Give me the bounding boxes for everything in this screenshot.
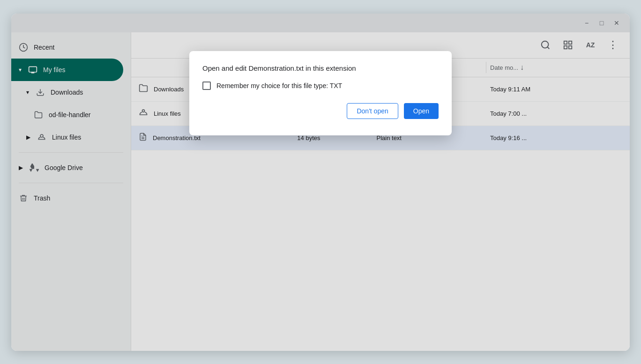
remember-choice-checkbox[interactable]: [202, 82, 211, 90]
dont-open-button[interactable]: Don't open: [347, 103, 398, 119]
dialog-actions: Don't open Open: [202, 103, 439, 119]
app-window: − □ ✕ Recent ▾: [11, 14, 630, 351]
open-file-dialog: Open and edit Demonstration.txt in this …: [189, 51, 452, 135]
remember-choice-label: Remember my choice for this file type: T…: [216, 82, 342, 89]
dialog-overlay: Open and edit Demonstration.txt in this …: [11, 14, 630, 351]
remember-choice-row: Remember my choice for this file type: T…: [202, 82, 439, 90]
dialog-title: Open and edit Demonstration.txt in this …: [202, 64, 439, 72]
open-button[interactable]: Open: [404, 103, 439, 119]
